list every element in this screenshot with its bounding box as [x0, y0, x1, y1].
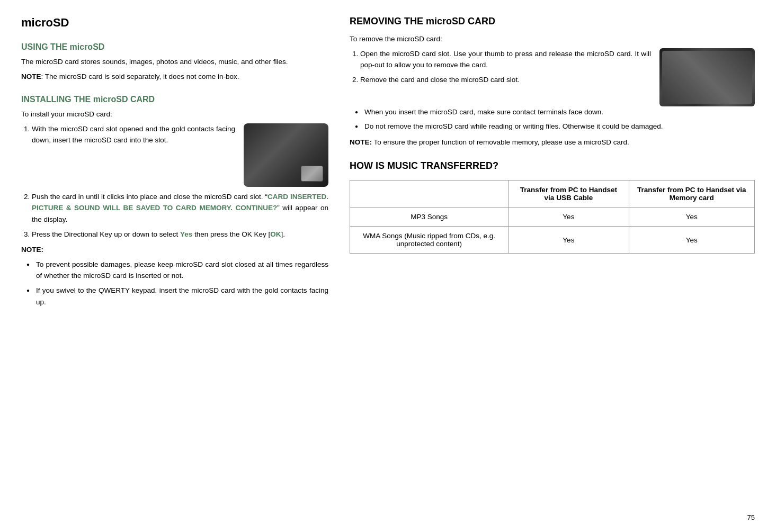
- left-column: microSD USING THE microSD The microSD ca…: [21, 16, 328, 312]
- install-step3-middle: then press the OK Key [: [192, 230, 270, 238]
- removing-bullet-list: When you insert the microSD card, make s…: [355, 106, 755, 132]
- table-row: MP3 Songs Yes Yes: [350, 208, 755, 227]
- using-note: NOTE: The microSD card is sold separatel…: [21, 71, 328, 83]
- removing-step2: Remove the card and close the microSD ca…: [360, 74, 651, 86]
- left-bullet2: If you swivel to the QWERTY keypad, inse…: [26, 285, 328, 308]
- installing-heading: INSTALLING THE microSD CARD: [21, 95, 328, 104]
- install-steps: With the microSD card slot opened and th…: [32, 123, 235, 149]
- removing-steps: Open the microSD card slot. Use your thu…: [360, 48, 651, 89]
- using-para: The microSD card stores sounds, images, …: [21, 56, 328, 68]
- page-title: microSD: [21, 16, 328, 30]
- removing-heading: REMOVING THE microSD CARD: [350, 16, 755, 27]
- removing-bullet2: Do not remove the microSD card while rea…: [355, 121, 755, 132]
- removing-intro: To remove the microSD card:: [350, 33, 755, 45]
- right-column: REMOVING THE microSD CARD To remove the …: [350, 16, 755, 312]
- install-step3-ok: OK: [270, 230, 281, 238]
- table-body: MP3 Songs Yes Yes WMA Songs (Music rippe…: [350, 208, 755, 254]
- install-step2: Push the card in until it clicks into pl…: [32, 191, 328, 226]
- install-step3-end: ].: [281, 230, 286, 238]
- using-note-label: NOTE: [21, 73, 41, 80]
- left-bullet1: To prevent possible damages, please keep…: [26, 259, 328, 282]
- table-row1-label: MP3 Songs: [350, 208, 509, 227]
- removing-bullet1: When you insert the microSD card, make s…: [355, 106, 755, 118]
- table-row: WMA Songs (Music ripped from CDs, e.g. u…: [350, 227, 755, 254]
- how-music-heading: HOW IS MUSIC TRANSFERRED?: [350, 160, 755, 172]
- install-step1-container: With the microSD card slot opened and th…: [21, 123, 328, 187]
- install-step3-before: Press the Directional Key up or down to …: [32, 230, 180, 238]
- install-device-image: [244, 123, 328, 187]
- removing-section: REMOVING THE microSD CARD To remove the …: [350, 16, 755, 148]
- table-row2-label: WMA Songs (Music ripped from CDs, e.g. u…: [350, 227, 509, 254]
- removing-step1: Open the microSD card slot. Use your thu…: [360, 48, 651, 71]
- removing-note: NOTE: To ensure the proper function of r…: [350, 137, 755, 148]
- table-row2-col2: Yes: [509, 227, 629, 254]
- table-row1-col3: Yes: [629, 208, 754, 227]
- removing-note-label: NOTE:: [350, 138, 372, 146]
- table-row2-col3: Yes: [629, 227, 754, 254]
- installing-intro: To install your microSD card:: [21, 109, 328, 120]
- left-note-bold: NOTE:: [21, 246, 43, 254]
- page-number: 75: [747, 513, 755, 521]
- removing-with-image: Open the microSD card slot. Use your thu…: [350, 48, 755, 106]
- table-header-row: Transfer from PC to Handset via USB Cabl…: [350, 181, 755, 208]
- removing-note-text: To ensure the proper function of removab…: [372, 138, 629, 146]
- music-table: Transfer from PC to Handset via USB Cabl…: [350, 180, 755, 254]
- install-step1-text: With the microSD card slot opened and th…: [32, 125, 235, 145]
- table-col1-header: [350, 181, 509, 208]
- install-step1: With the microSD card slot opened and th…: [32, 123, 235, 146]
- left-bullet-list: To prevent possible damages, please keep…: [26, 259, 328, 308]
- using-note-text: : The microSD card is sold separately, i…: [41, 73, 239, 80]
- table-col2-header: Transfer from PC to Handset via USB Cabl…: [509, 181, 629, 208]
- install-step3-yes: Yes: [180, 230, 192, 238]
- install-step3: Press the Directional Key up or down to …: [32, 229, 328, 240]
- install-step2-before: Push the card in until it clicks into pl…: [32, 193, 267, 201]
- removing-device-image: [659, 48, 755, 106]
- table-row1-col2: Yes: [509, 208, 629, 227]
- install-steps-cont: Push the card in until it clicks into pl…: [32, 191, 328, 240]
- using-heading: USING THE microSD: [21, 42, 328, 52]
- table-col3-header: Transfer from PC to Handset via Memory c…: [629, 181, 754, 208]
- left-note-label: NOTE:: [21, 244, 328, 256]
